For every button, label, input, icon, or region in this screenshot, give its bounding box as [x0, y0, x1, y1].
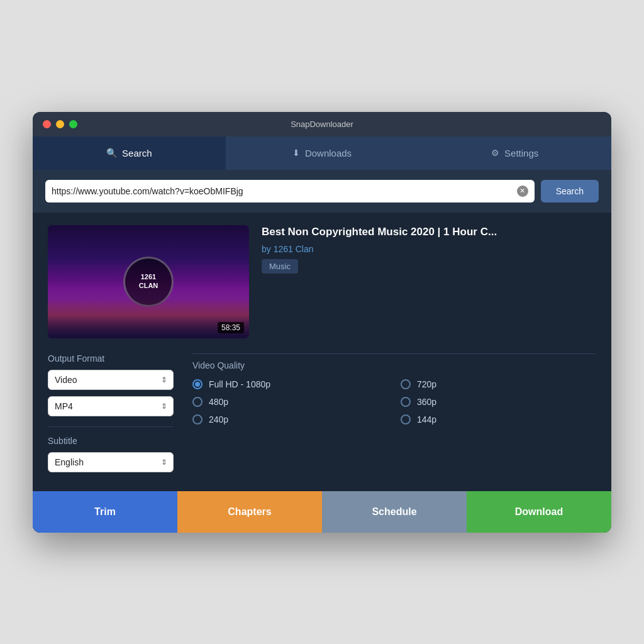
video-info: 1261CLAN 58:35 Best Non Copyrighted Musi…	[48, 225, 596, 338]
app-title: SnapDownloader	[291, 119, 353, 129]
subtitle-select[interactable]: English None Spanish French	[48, 452, 174, 472]
quality-label-360p: 360p	[417, 397, 436, 407]
settings-tab-icon: ⚙	[491, 148, 499, 158]
subtitle-select-wrapper: English None Spanish French ⇕	[48, 452, 174, 472]
search-bar: ✕ Search	[33, 170, 611, 213]
bottom-buttons: Trim Chapters Schedule Download	[33, 491, 611, 533]
downloads-tab-label: Downloads	[305, 148, 352, 158]
quality-label-720p: 720p	[417, 379, 436, 389]
search-tab-icon: 🔍	[106, 148, 117, 158]
video-tag: Music	[262, 259, 298, 274]
right-options: Video Quality Full HD - 1080p 720p 480p	[192, 353, 596, 479]
quality-label-1080p: Full HD - 1080p	[209, 379, 270, 389]
quality-label: Video Quality	[192, 360, 596, 370]
radio-1080p	[192, 379, 203, 389]
url-input-wrapper: ✕	[45, 180, 535, 203]
video-author: by 1261 Clan	[262, 244, 596, 254]
download-button[interactable]: Download	[467, 491, 611, 533]
radio-240p	[192, 414, 203, 425]
quality-label-144p: 144p	[417, 414, 436, 425]
subtitle-label: Subtitle	[48, 436, 174, 446]
video-details: Best Non Copyrighted Music 2020 | 1 Hour…	[262, 225, 596, 338]
quality-label-240p: 240p	[209, 414, 228, 425]
quality-label-480p: 480p	[209, 397, 228, 407]
output-format-label: Output Format	[48, 353, 174, 364]
search-tab-label: Search	[122, 148, 152, 158]
options-section: Output Format Video Audio MP3 ⇕ MP4 MKV …	[48, 353, 596, 479]
title-bar: SnapDownloader	[33, 112, 611, 136]
tab-search[interactable]: 🔍 Search	[33, 136, 226, 170]
window-controls	[43, 120, 77, 128]
radio-144p	[401, 414, 411, 425]
video-duration: 58:35	[218, 322, 244, 333]
minimize-button[interactable]	[56, 120, 64, 128]
settings-tab-label: Settings	[504, 148, 538, 158]
quality-option-480p[interactable]: 480p	[192, 397, 388, 407]
quality-option-1080p[interactable]: Full HD - 1080p	[192, 379, 388, 389]
main-content: 1261CLAN 58:35 Best Non Copyrighted Musi…	[33, 213, 611, 491]
search-button[interactable]: Search	[541, 180, 599, 203]
quality-option-240p[interactable]: 240p	[192, 414, 388, 425]
format-select-wrapper: Video Audio MP3 ⇕	[48, 370, 174, 390]
video-title: Best Non Copyrighted Music 2020 | 1 Hour…	[262, 225, 596, 239]
clear-url-button[interactable]: ✕	[517, 186, 528, 197]
downloads-tab-icon: ⬇	[292, 148, 300, 158]
trim-button[interactable]: Trim	[33, 491, 177, 533]
radio-480p	[192, 397, 203, 407]
close-button[interactable]	[43, 120, 51, 128]
tab-downloads[interactable]: ⬇ Downloads	[226, 136, 419, 170]
schedule-button[interactable]: Schedule	[322, 491, 467, 533]
tab-settings[interactable]: ⚙ Settings	[418, 136, 611, 170]
format-select[interactable]: Video Audio MP3	[48, 370, 174, 390]
radio-360p	[401, 397, 411, 407]
app-window: SnapDownloader 🔍 Search ⬇ Downloads ⚙ Se…	[33, 112, 611, 533]
chapters-button[interactable]: Chapters	[177, 491, 322, 533]
subtitle-section: Subtitle English None Spanish French ⇕	[48, 426, 174, 472]
quality-option-720p[interactable]: 720p	[401, 379, 596, 389]
left-options: Output Format Video Audio MP3 ⇕ MP4 MKV …	[48, 353, 174, 479]
nav-tabs: 🔍 Search ⬇ Downloads ⚙ Settings	[33, 136, 611, 170]
radio-720p	[401, 379, 411, 389]
quality-grid: Full HD - 1080p 720p 480p 360p	[192, 379, 596, 425]
video-thumbnail: 1261CLAN 58:35	[48, 225, 249, 338]
maximize-button[interactable]	[69, 120, 77, 128]
quality-option-144p[interactable]: 144p	[401, 414, 596, 425]
url-input[interactable]	[52, 180, 512, 203]
codec-select[interactable]: MP4 MKV AVI MOV	[48, 396, 174, 416]
quality-option-360p[interactable]: 360p	[401, 397, 596, 407]
codec-select-wrapper: MP4 MKV AVI MOV ⇕	[48, 396, 174, 416]
